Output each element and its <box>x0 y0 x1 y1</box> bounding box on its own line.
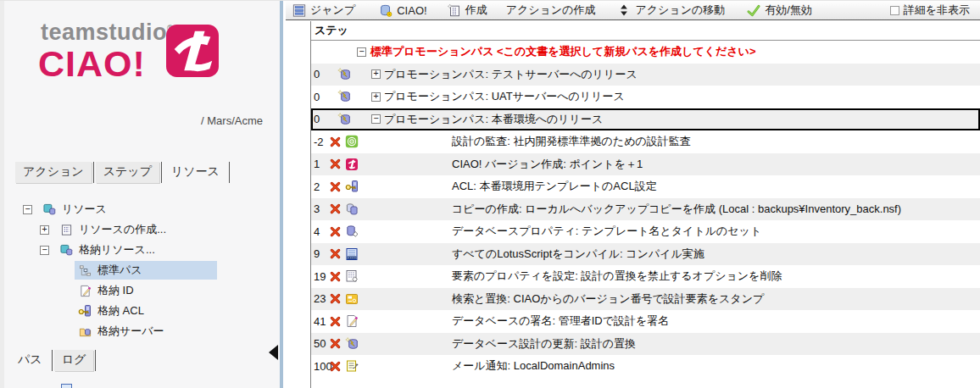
tree-item-stored-server[interactable]: 格納サーバー <box>16 321 217 341</box>
action-row[interactable]: -2設計の監査: 社内開発標準準拠のための設計監査 <box>311 130 980 153</box>
promotion-path-row[interactable]: 0+プロモーションパス: テストサーバーへのリリース <box>311 64 980 86</box>
delete-icon[interactable] <box>328 359 342 373</box>
mail-icon <box>345 359 359 373</box>
collapse-toggle[interactable]: − <box>23 205 32 214</box>
tree-item-body[interactable]: 標準パス <box>75 261 217 280</box>
move-action-button[interactable]: アクションの移動 <box>617 3 725 18</box>
promotion-path-row[interactable]: 0−プロモーションパス: 本番環境へのリリース <box>311 108 980 131</box>
tree-item-body[interactable]: 格納サーバー <box>75 322 168 341</box>
action-row[interactable]: 50データベース設計の更新: 設計の置換 <box>311 333 980 356</box>
collapse-toggle[interactable]: − <box>40 246 49 255</box>
delete-icon[interactable] <box>328 269 342 283</box>
sidebar: teamstudio® CIAO! / Mars/Acme アクション ステップ… <box>0 1 280 388</box>
move-action-label: アクションの移動 <box>635 3 725 18</box>
resource-tree: −リソース+リソースの作成...−格納リソース...標準パス格納 ID格納 AC… <box>16 199 217 341</box>
acl-icon <box>345 180 359 193</box>
step-number: 4 <box>311 225 327 238</box>
tab-log[interactable]: ログ <box>54 350 94 371</box>
compile-icon <box>345 247 359 261</box>
sidebar-bottom-tabs: パス ログ <box>10 350 97 371</box>
action-row[interactable]: 100メール通知: LocalDomainAdmins <box>311 355 980 378</box>
action-row[interactable]: 3コピーの作成: ローカルへバックアップコピーを作成 (Local : back… <box>311 198 980 221</box>
step-number: 19 <box>311 270 327 283</box>
clipped-tree-icon <box>61 384 72 388</box>
create-label: 作成 <box>465 3 487 18</box>
tree-item-body[interactable]: リソースの作成... <box>56 220 170 239</box>
step-number: 9 <box>311 247 327 260</box>
stored-server-icon <box>78 324 92 338</box>
tree-item-body[interactable]: 格納 ACL <box>75 302 148 320</box>
steps-table: ステッ −標準プロモーションパス <この文書を選択して新規パスを作成してください… <box>310 21 980 388</box>
step-number: 41 <box>311 315 327 328</box>
action-label: メール通知: LocalDomainAdmins <box>452 358 615 374</box>
tab-path[interactable]: パス <box>10 350 50 371</box>
delete-icon[interactable] <box>328 314 342 328</box>
action-row[interactable]: 4データベースプロパティ: テンプレート名とタイトルのセット <box>311 220 980 243</box>
collapse-toggle[interactable]: − <box>371 114 381 124</box>
hide-details-control[interactable]: 詳細を非表示 <box>890 3 970 18</box>
delete-icon[interactable] <box>328 180 342 193</box>
action-row[interactable]: 19要素のプロパティを設定: 設計の置換を禁止するオプションを削除 <box>311 265 980 288</box>
step-number: 100 <box>311 360 327 373</box>
tree-item-body[interactable]: リソース <box>39 200 110 219</box>
delete-icon[interactable] <box>328 292 342 306</box>
create-button[interactable]: 作成 <box>448 3 487 18</box>
create-document-icon <box>448 3 461 17</box>
action-label: ACL: 本番環境用テンプレートのACL設定 <box>452 179 657 194</box>
expand-toggle[interactable]: + <box>40 225 49 235</box>
delete-icon[interactable] <box>328 247 342 261</box>
step-column-header: ステッ <box>315 23 348 38</box>
tree-item-stored-id[interactable]: 格納 ID <box>16 280 217 301</box>
action-row[interactable]: 23検索と置換: CIAOからのバージョン番号で設計要素をスタンプ <box>311 288 980 311</box>
tab-steps[interactable]: ステップ <box>96 162 159 183</box>
expand-toggle[interactable]: + <box>371 92 381 102</box>
action-label: データベース設計の更新: 設計の置換 <box>452 336 636 352</box>
panel-divider[interactable] <box>280 1 283 388</box>
action-label: 検索と置換: CIAOからのバージョン番号で設計要素をスタンプ <box>452 291 764 307</box>
ciao-button[interactable]: CIAO! <box>379 3 426 17</box>
create-action-button[interactable]: アクションの作成 <box>506 3 596 18</box>
tree-item-body[interactable]: 格納 ID <box>75 281 137 300</box>
teamstudio-wordmark: teamstudio® <box>41 19 174 46</box>
delete-icon[interactable] <box>328 135 342 148</box>
delete-icon[interactable] <box>328 337 342 351</box>
step-number: 3 <box>311 202 327 215</box>
delete-icon[interactable] <box>328 224 342 238</box>
tree-item-label: リソースの作成... <box>79 222 166 237</box>
tree-item-stored-acl[interactable]: 格納 ACL <box>16 301 217 321</box>
tree-item-resources[interactable]: −リソース <box>16 199 217 219</box>
action-row[interactable]: 9すべてのLotusScriptをコンパイル: コンパイル実施 <box>311 243 980 266</box>
step-number: 0 <box>311 113 327 125</box>
resources-icon <box>42 202 56 216</box>
delete-icon[interactable] <box>328 158 342 171</box>
collapse-toggle[interactable]: − <box>357 47 366 57</box>
tree-item-stored-resources[interactable]: −格納リソース... <box>16 240 217 260</box>
promotion-path-row[interactable]: 0+プロモーションパス: UATサーバーへのリリース <box>311 86 980 108</box>
delete-icon[interactable] <box>328 202 342 216</box>
tree-item-standard-path[interactable]: 標準パス <box>16 260 217 280</box>
toggle-enabled-button[interactable]: 有効/無効 <box>747 3 812 18</box>
expand-toggle[interactable]: + <box>371 69 381 79</box>
tree-item-body[interactable]: 格納リソース... <box>56 241 159 259</box>
step-number: 50 <box>311 337 327 350</box>
panel-collapse-arrow[interactable] <box>269 345 278 360</box>
tree-item-create-resource[interactable]: +リソースの作成... <box>16 219 217 240</box>
action-row[interactable]: 1CIAO! バージョン作成: ポイントを＋1 <box>311 153 980 176</box>
hide-details-checkbox[interactable] <box>890 6 899 15</box>
tree-item-label: 格納サーバー <box>97 324 164 339</box>
green-check-icon <box>747 3 760 17</box>
move-up-down-icon <box>617 3 631 17</box>
action-row[interactable]: 41データベースの署名: 管理者IDで設計を署名 <box>311 310 980 333</box>
tab-actions[interactable]: アクション <box>15 162 92 183</box>
jump-button[interactable]: ジャンプ <box>292 3 355 18</box>
tree-item-label: 格納 ACL <box>97 303 144 319</box>
category-label: 標準プロモーションパス <この文書を選択して新規パスを作成してください> <box>370 44 756 59</box>
stored-id-icon <box>78 284 92 297</box>
action-label: コピーの作成: ローカルへバックアップコピーを作成 (Local : backu… <box>452 202 901 217</box>
path-label: プロモーションパス: 本番環境へのリリース <box>384 112 603 127</box>
tree-item-label: 格納リソース... <box>79 242 155 258</box>
action-row[interactable]: 2ACL: 本番環境用テンプレートのACL設定 <box>311 175 980 198</box>
path-category-row[interactable]: −標準プロモーションパス <この文書を選択して新規パスを作成してください> <box>311 41 980 64</box>
main-panel: ジャンプ CIAO! 作成 アクションの作成 アク <box>286 1 980 388</box>
tab-resources[interactable]: リソース <box>164 162 227 183</box>
